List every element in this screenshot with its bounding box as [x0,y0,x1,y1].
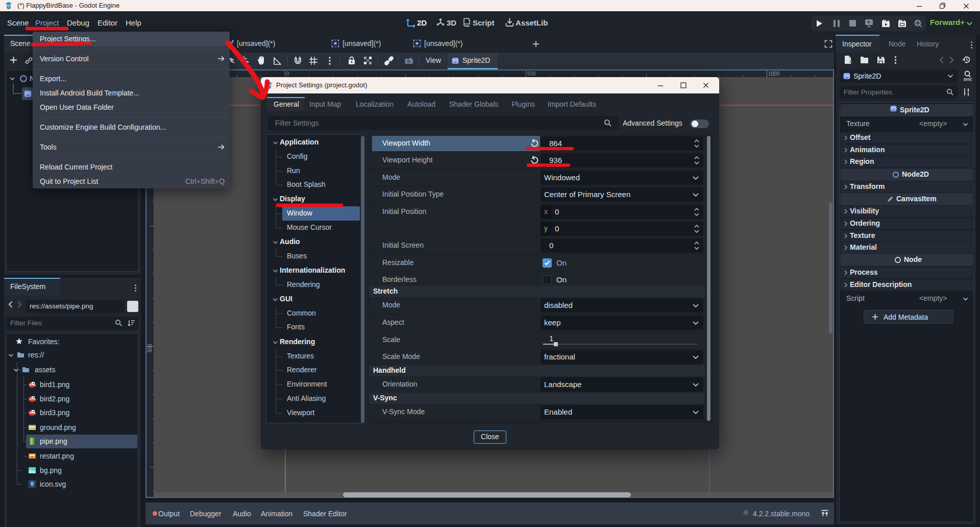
svg-text:DOC: DOC [964,77,972,82]
